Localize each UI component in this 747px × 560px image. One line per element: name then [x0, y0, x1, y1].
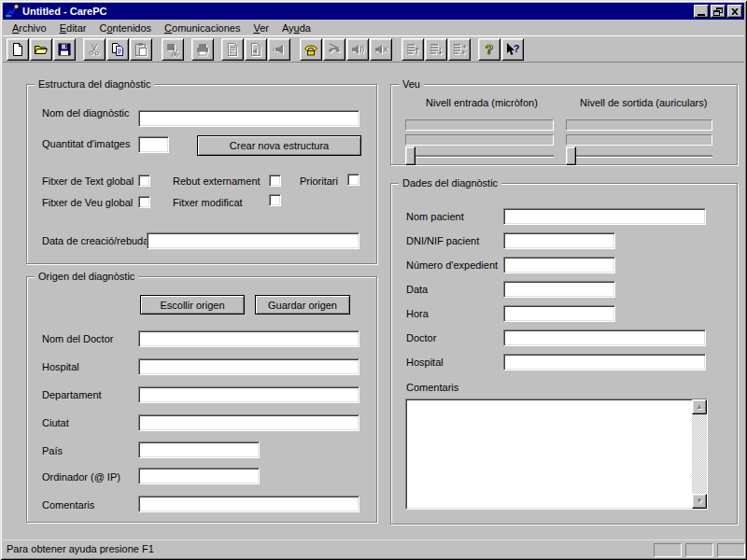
crear-nova-estructura-button[interactable]: Crear nova estructura	[197, 135, 361, 156]
ciutat-input[interactable]	[138, 414, 359, 431]
nivell-entrada-label: Nivell entrada (micròfon)	[426, 97, 538, 108]
open-folder-button[interactable]	[30, 38, 52, 61]
menu-contenidos[interactable]: Contenidos	[92, 21, 158, 35]
dades-comentaris-label: Comentaris	[406, 382, 458, 393]
data-input[interactable]	[503, 281, 615, 298]
context-help-button[interactable]: ?	[501, 38, 524, 61]
status-pane-2	[685, 543, 713, 557]
mute-icon	[374, 42, 388, 57]
group-dades: Dades del diagnòstic Nom pacient DNI/NIF…	[390, 183, 738, 525]
sortida-meter-1	[566, 119, 712, 131]
phone-call-icon	[303, 42, 318, 57]
menu-label-part: ntenidos	[113, 22, 152, 34]
send-list-button	[402, 38, 424, 61]
fitxer-veu-global-checkbox[interactable]	[138, 196, 150, 208]
nivell-sortida-label: Nivell de sortida (auriculars)	[580, 97, 707, 108]
send-list-icon	[405, 42, 420, 57]
copy-button[interactable]	[106, 38, 129, 61]
entrada-meter-1	[405, 119, 554, 131]
fitxer-modificat-checkbox[interactable]	[269, 194, 281, 206]
voice-file-button	[245, 38, 267, 61]
entrada-meter-2	[405, 134, 554, 146]
menu-label-part: E	[60, 22, 66, 34]
menu-archivo[interactable]: Archivo	[6, 21, 53, 35]
menu-ayuda[interactable]: Ayuda	[275, 21, 317, 35]
departament-input[interactable]	[138, 386, 359, 403]
mute-button	[370, 38, 392, 61]
window-title: Untitled - CarePC	[22, 6, 694, 17]
ordinador-ip-label: Ordinador (@ IP)	[42, 471, 120, 483]
update-list-button	[448, 38, 471, 61]
nom-diagnostic-input[interactable]	[138, 110, 359, 127]
nom-doctor-input[interactable]	[138, 330, 359, 347]
scroll-down-button[interactable]: ▼	[692, 494, 707, 509]
update-list-icon	[452, 42, 467, 57]
ordinador-ip-input[interactable]	[138, 468, 260, 484]
menu-label-part: omunicaciones	[172, 22, 240, 34]
group-estructura: Estructura del diagnòstic Nom del diagnò…	[26, 84, 377, 264]
print-icon	[195, 42, 210, 57]
minimize-button[interactable]	[694, 5, 709, 18]
text-file-button	[221, 38, 244, 61]
cut-icon	[87, 42, 102, 57]
title-bar[interactable]: Untitled - CarePC	[3, 3, 744, 20]
restore-button[interactable]	[711, 5, 726, 18]
entrada-slider-thumb[interactable]	[405, 147, 416, 165]
dades-doctor-label: Doctor	[406, 332, 436, 343]
help-icon: ?	[482, 42, 497, 57]
status-bar: Para obtener ayuda presione F1	[3, 539, 744, 557]
dni-nif-input[interactable]	[503, 232, 615, 249]
dades-comentaris-textarea[interactable]	[405, 399, 708, 510]
hora-label: Hora	[406, 308, 429, 319]
fitxer-text-global-checkbox[interactable]	[138, 175, 150, 187]
dades-hospital-input[interactable]	[503, 354, 706, 371]
cut-image-icon	[165, 42, 180, 57]
hora-input[interactable]	[503, 305, 615, 322]
pais-input[interactable]	[138, 441, 260, 458]
numero-expedient-input[interactable]	[503, 257, 615, 273]
data-label: Data	[406, 284, 428, 295]
dades-doctor-input[interactable]	[503, 329, 706, 346]
context-help-icon: ?	[505, 42, 520, 57]
voice-file-icon	[248, 42, 263, 57]
menu-ver[interactable]: Ver	[247, 21, 275, 35]
dni-nif-label: DNI/NIF pacient	[406, 235, 479, 246]
guardar-origen-button[interactable]: Guardar origen	[255, 295, 350, 315]
play-voice-button	[268, 38, 290, 61]
save-button[interactable]	[53, 38, 76, 61]
cut-image-button	[162, 38, 184, 61]
origen-comentaris-input[interactable]	[138, 496, 359, 512]
paste-icon	[134, 42, 148, 57]
menu-comunicaciones[interactable]: Comunicaciones	[158, 21, 247, 35]
quantitat-imatges-input[interactable]	[138, 136, 169, 153]
data-creacio-label: Data de creació/rebuda	[42, 235, 148, 246]
menu-editar[interactable]: Editar	[53, 21, 93, 35]
rebut-externament-checkbox[interactable]	[269, 175, 281, 187]
new-document-button[interactable]	[7, 38, 29, 61]
save-icon	[57, 42, 72, 57]
group-origen: Origen del diagnòstic Escollir origen Gu…	[26, 276, 377, 523]
sortida-slider-thumb[interactable]	[566, 147, 576, 165]
data-creacio-input[interactable]	[147, 232, 359, 249]
escollir-origen-button[interactable]: Escollir origen	[140, 295, 245, 315]
scroll-up-button[interactable]: ▲	[692, 399, 707, 414]
menu-label-part: Ay	[282, 22, 294, 34]
fitxer-veu-global-label: Fitxer de Veu global	[42, 197, 133, 208]
paste-button	[130, 38, 152, 61]
scroll-track[interactable]	[692, 414, 707, 494]
origen-hospital-input[interactable]	[138, 358, 359, 375]
speaker-button	[346, 38, 369, 61]
help-button[interactable]: ?	[478, 38, 500, 61]
origen-comentaris-label: Comentaris	[42, 499, 94, 511]
nom-diagnostic-label: Nom del diagnòstic	[42, 107, 130, 119]
prioritari-checkbox[interactable]	[347, 174, 359, 186]
close-button[interactable]	[727, 5, 742, 18]
nom-pacient-input[interactable]	[503, 208, 706, 225]
scroll-down-icon: ▼	[696, 497, 703, 505]
entrada-slider-track	[405, 155, 554, 158]
group-estructura-title: Estructura del diagnòstic	[35, 78, 154, 90]
phone-call-button[interactable]	[300, 38, 322, 61]
status-pane-1	[654, 543, 682, 557]
menu-label-part: C	[164, 22, 172, 34]
comentaris-scrollbar[interactable]: ▲ ▼	[692, 399, 707, 509]
